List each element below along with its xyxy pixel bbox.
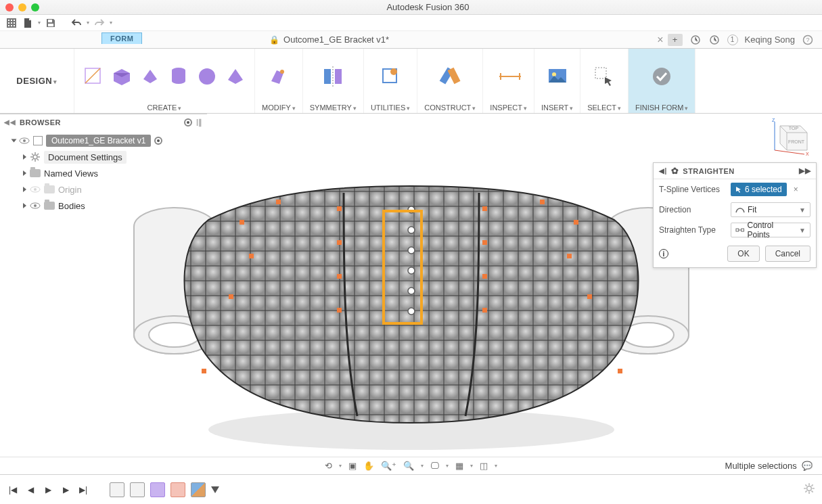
timeline-prev-icon[interactable]: ◀	[24, 484, 37, 496]
redo-dropdown-icon[interactable]: ▾	[110, 20, 112, 26]
undo-icon[interactable]	[70, 17, 83, 29]
timeline-playhead-icon[interactable]	[211, 486, 219, 493]
select-tool-icon[interactable]	[592, 64, 616, 89]
utilities-panel-label[interactable]: UTILITIES	[371, 101, 410, 112]
selection-chip[interactable]: 6 selected	[731, 183, 787, 196]
document-tab-title[interactable]: Outcome1_GE Bracket v1*	[283, 35, 389, 45]
timeline-play-icon[interactable]: ▶	[42, 484, 54, 496]
expand-icon[interactable]	[23, 203, 26, 208]
inspect-panel-label[interactable]: INSPECT	[490, 101, 527, 112]
svg-rect-45	[229, 294, 233, 299]
viewport[interactable]: ◀◀ BROWSER |‖ Outcome1_GE Bracket v1 Doc…	[0, 114, 822, 474]
browser-pin-icon[interactable]	[184, 118, 192, 127]
symmetry-panel-label[interactable]: SYMMETRY	[310, 101, 357, 112]
clear-selection-icon[interactable]: ×	[791, 185, 801, 194]
cylinder-tool-icon[interactable]	[166, 64, 191, 89]
help-icon[interactable]: ?	[802, 34, 814, 46]
expand-icon[interactable]	[23, 170, 26, 176]
cancel-button[interactable]: Cancel	[765, 246, 810, 262]
timeline-feature-4[interactable]	[170, 482, 185, 497]
workspace-switcher[interactable]: DESIGN	[0, 49, 74, 113]
construct-icon[interactable]	[438, 64, 462, 89]
browser-item-label: Bodies	[58, 201, 85, 211]
mirror-icon[interactable]	[321, 64, 345, 89]
redo-icon[interactable]	[93, 17, 106, 29]
viewcube[interactable]: TOP FRONT Z X	[771, 116, 811, 157]
file-dropdown-icon[interactable]: ▾	[38, 20, 41, 26]
box-tool-icon[interactable]	[110, 64, 134, 89]
timeline-feature-5[interactable]	[191, 482, 206, 497]
timeline-feature-2[interactable]	[130, 482, 145, 497]
browser-item-views[interactable]: Named Views	[23, 165, 207, 181]
type-dropdown[interactable]: Control Points ▼	[731, 223, 810, 237]
file-menu-icon[interactable]	[22, 17, 34, 29]
sphere-tool-icon[interactable]	[195, 64, 219, 89]
browser-root-row[interactable]: Outcome1_GE Bracket v1	[12, 133, 207, 149]
timeline-end-icon[interactable]: ▶|	[77, 484, 89, 496]
pan-icon[interactable]: ✋	[363, 461, 374, 471]
close-window-icon[interactable]	[5, 3, 14, 12]
edit-form-icon[interactable]	[267, 64, 291, 89]
zoom-window-icon[interactable]: 🔍	[403, 461, 414, 471]
direction-dropdown[interactable]: Fit ▼	[731, 202, 810, 217]
browser-item-bodies[interactable]: Bodies	[23, 198, 207, 214]
quadball-tool-icon[interactable]	[223, 64, 248, 89]
component-icon	[33, 136, 43, 145]
ok-button[interactable]: OK	[727, 246, 759, 262]
utilities-icon[interactable]	[378, 64, 403, 89]
look-at-icon[interactable]: ▣	[348, 461, 357, 471]
timeline-feature-1[interactable]	[110, 482, 124, 497]
direction-row: Direction Fit ▼	[654, 200, 816, 220]
data-panel-icon[interactable]	[689, 34, 702, 46]
orbit-icon[interactable]: ⟲	[325, 461, 332, 471]
finish-form-icon[interactable]	[649, 64, 674, 89]
new-tab-button[interactable]: +	[668, 34, 683, 46]
browser-item-settings[interactable]: Document Settings	[23, 149, 207, 165]
tab-close-button[interactable]: ×	[653, 34, 667, 46]
app-grid-icon[interactable]	[5, 17, 18, 29]
svg-rect-59	[618, 369, 622, 373]
display-settings-icon[interactable]: 🖵	[430, 461, 439, 471]
undo-dropdown-icon[interactable]: ▾	[87, 20, 89, 26]
sketch-tool-icon[interactable]	[81, 64, 106, 89]
viewport-layout-icon[interactable]: ◫	[480, 461, 488, 471]
svg-point-14	[390, 68, 397, 75]
activate-radio-icon[interactable]	[154, 137, 162, 145]
visibility-off-icon[interactable]	[30, 184, 41, 195]
finish-form-label[interactable]: FINISH FORM	[635, 101, 689, 112]
select-panel-label[interactable]: SELECT	[587, 101, 621, 112]
info-icon[interactable]: i	[659, 249, 668, 258]
browser-item-origin[interactable]: Origin	[23, 181, 207, 198]
grid-settings-icon[interactable]: ▦	[455, 461, 463, 471]
browser-header[interactable]: ◀◀ BROWSER |‖	[0, 114, 207, 130]
timeline-start-icon[interactable]: |◀	[7, 484, 19, 496]
timeline-settings-icon[interactable]	[803, 482, 815, 497]
form-context-tab[interactable]: FORM	[101, 32, 142, 44]
inspect-panel: INSPECT	[483, 49, 534, 113]
collapse-browser-icon[interactable]: ◀◀	[4, 118, 16, 126]
insert-panel-label[interactable]: INSERT	[541, 101, 573, 112]
job-status-icon[interactable]	[708, 34, 721, 46]
timeline-next-icon[interactable]: ▶	[60, 484, 72, 496]
modify-panel-label[interactable]: MODIFY	[262, 101, 296, 112]
svg-text:Z: Z	[772, 118, 775, 122]
expand-icon[interactable]	[23, 187, 26, 192]
maximize-window-icon[interactable]	[31, 3, 39, 12]
create-panel-label[interactable]: CREATE	[147, 101, 182, 112]
window-controls	[5, 3, 39, 12]
save-icon[interactable]	[45, 17, 57, 29]
user-name[interactable]: Keqing Song	[745, 35, 795, 45]
expand-icon[interactable]	[12, 139, 17, 143]
visibility-icon[interactable]	[30, 200, 41, 211]
construct-panel-label[interactable]: CONSTRUCT	[424, 101, 476, 112]
visibility-icon[interactable]	[19, 135, 30, 146]
minimize-window-icon[interactable]	[18, 3, 26, 12]
comments-icon[interactable]: 💬	[802, 461, 813, 471]
expand-icon[interactable]	[23, 154, 26, 160]
insert-decal-icon[interactable]	[545, 64, 570, 89]
measure-icon[interactable]	[497, 64, 521, 89]
timeline-feature-3[interactable]	[150, 482, 165, 497]
plane-tool-icon[interactable]	[138, 64, 162, 89]
zoom-icon[interactable]: 🔍⁺	[381, 461, 396, 471]
panel-header[interactable]: ◀| ✿ STRAIGHTEN ▶▶	[654, 163, 816, 179]
